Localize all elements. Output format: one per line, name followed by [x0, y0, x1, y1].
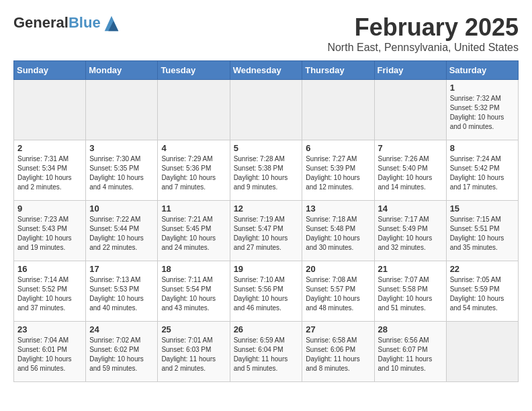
- calendar-cell: 27Sunrise: 6:58 AM Sunset: 6:06 PM Dayli…: [302, 322, 374, 382]
- calendar-cell: 26Sunrise: 6:59 AM Sunset: 6:04 PM Dayli…: [230, 322, 302, 382]
- day-number: 1: [450, 83, 515, 93]
- day-detail: Sunrise: 7:29 AM Sunset: 5:36 PM Dayligh…: [161, 154, 226, 192]
- day-number: 15: [450, 203, 515, 214]
- page-header: GeneralBlue February 2025 North East, Pe…: [13, 13, 519, 54]
- calendar-cell: [230, 80, 302, 140]
- main-title: February 2025: [327, 13, 519, 42]
- calendar-cell: 9Sunrise: 7:23 AM Sunset: 5:43 PM Daylig…: [14, 201, 86, 261]
- calendar-cell: 11Sunrise: 7:21 AM Sunset: 5:45 PM Dayli…: [158, 201, 230, 261]
- day-detail: Sunrise: 7:04 AM Sunset: 6:01 PM Dayligh…: [17, 336, 82, 373]
- day-detail: Sunrise: 7:14 AM Sunset: 5:52 PM Dayligh…: [17, 275, 82, 313]
- weekday-header-monday: Monday: [86, 61, 158, 80]
- week-row-3: 9Sunrise: 7:23 AM Sunset: 5:43 PM Daylig…: [14, 201, 519, 261]
- weekday-header-wednesday: Wednesday: [230, 61, 302, 80]
- day-number: 19: [234, 264, 299, 274]
- day-number: 21: [378, 264, 443, 274]
- day-number: 14: [378, 203, 443, 214]
- calendar-cell: [86, 80, 158, 140]
- day-number: 13: [306, 203, 370, 214]
- day-number: 12: [234, 203, 299, 214]
- logo-blue-text: Blue: [69, 14, 101, 31]
- day-number: 7: [378, 143, 443, 153]
- day-number: 4: [161, 143, 226, 153]
- calendar-table: SundayMondayTuesdayWednesdayThursdayFrid…: [13, 60, 519, 382]
- calendar-cell: 12Sunrise: 7:19 AM Sunset: 5:47 PM Dayli…: [230, 201, 302, 261]
- day-number: 2: [17, 143, 82, 153]
- logo-general-text: General: [13, 14, 69, 31]
- calendar-cell: 17Sunrise: 7:13 AM Sunset: 5:53 PM Dayli…: [86, 261, 158, 322]
- day-detail: Sunrise: 7:27 AM Sunset: 5:39 PM Dayligh…: [306, 154, 370, 192]
- week-row-1: 1Sunrise: 7:32 AM Sunset: 5:32 PM Daylig…: [14, 80, 519, 140]
- day-number: 3: [89, 143, 154, 153]
- week-row-5: 23Sunrise: 7:04 AM Sunset: 6:01 PM Dayli…: [14, 322, 519, 382]
- day-detail: Sunrise: 7:32 AM Sunset: 5:32 PM Dayligh…: [450, 94, 515, 132]
- calendar-cell: [302, 80, 374, 140]
- calendar-cell: 2Sunrise: 7:31 AM Sunset: 5:34 PM Daylig…: [14, 140, 86, 201]
- day-number: 10: [89, 203, 154, 214]
- calendar-cell: 15Sunrise: 7:15 AM Sunset: 5:51 PM Dayli…: [446, 201, 518, 261]
- calendar-cell: 8Sunrise: 7:24 AM Sunset: 5:42 PM Daylig…: [446, 140, 518, 201]
- day-detail: Sunrise: 7:07 AM Sunset: 5:58 PM Dayligh…: [378, 275, 443, 313]
- calendar-cell: [446, 322, 518, 382]
- day-number: 20: [306, 264, 370, 274]
- calendar-cell: [158, 80, 230, 140]
- day-number: 16: [17, 264, 82, 274]
- day-number: 6: [306, 143, 370, 153]
- day-detail: Sunrise: 7:19 AM Sunset: 5:47 PM Dayligh…: [234, 215, 299, 253]
- day-detail: Sunrise: 7:15 AM Sunset: 5:51 PM Dayligh…: [450, 215, 515, 253]
- calendar-cell: 14Sunrise: 7:17 AM Sunset: 5:49 PM Dayli…: [374, 201, 446, 261]
- calendar-cell: 24Sunrise: 7:02 AM Sunset: 6:02 PM Dayli…: [86, 322, 158, 382]
- day-number: 24: [89, 324, 154, 334]
- day-detail: Sunrise: 7:10 AM Sunset: 5:56 PM Dayligh…: [234, 275, 299, 313]
- day-detail: Sunrise: 7:24 AM Sunset: 5:42 PM Dayligh…: [450, 154, 515, 192]
- day-number: 25: [161, 324, 226, 334]
- calendar-header: SundayMondayTuesdayWednesdayThursdayFrid…: [14, 61, 519, 80]
- title-block: February 2025 North East, Pennsylvania, …: [327, 13, 519, 54]
- day-number: 18: [161, 264, 226, 274]
- calendar-cell: 5Sunrise: 7:28 AM Sunset: 5:38 PM Daylig…: [230, 140, 302, 201]
- day-number: 22: [450, 264, 515, 274]
- day-number: 27: [306, 324, 370, 334]
- weekday-header-thursday: Thursday: [302, 61, 374, 80]
- day-number: 28: [378, 324, 443, 334]
- day-number: 23: [17, 324, 82, 334]
- calendar-cell: 16Sunrise: 7:14 AM Sunset: 5:52 PM Dayli…: [14, 261, 86, 322]
- calendar-cell: 4Sunrise: 7:29 AM Sunset: 5:36 PM Daylig…: [158, 140, 230, 201]
- weekday-header-tuesday: Tuesday: [158, 61, 230, 80]
- day-detail: Sunrise: 6:56 AM Sunset: 6:07 PM Dayligh…: [378, 336, 443, 373]
- calendar-cell: [374, 80, 446, 140]
- weekday-header-sunday: Sunday: [14, 61, 86, 80]
- week-row-2: 2Sunrise: 7:31 AM Sunset: 5:34 PM Daylig…: [14, 140, 519, 201]
- day-number: 9: [17, 203, 82, 214]
- calendar-cell: 7Sunrise: 7:26 AM Sunset: 5:40 PM Daylig…: [374, 140, 446, 201]
- weekday-header-saturday: Saturday: [446, 61, 518, 80]
- calendar-cell: 18Sunrise: 7:11 AM Sunset: 5:54 PM Dayli…: [158, 261, 230, 322]
- calendar-cell: 3Sunrise: 7:30 AM Sunset: 5:35 PM Daylig…: [86, 140, 158, 201]
- day-detail: Sunrise: 7:13 AM Sunset: 5:53 PM Dayligh…: [89, 275, 154, 313]
- calendar-cell: 13Sunrise: 7:18 AM Sunset: 5:48 PM Dayli…: [302, 201, 374, 261]
- calendar-cell: 23Sunrise: 7:04 AM Sunset: 6:01 PM Dayli…: [14, 322, 86, 382]
- day-detail: Sunrise: 7:17 AM Sunset: 5:49 PM Dayligh…: [378, 215, 443, 253]
- day-number: 5: [234, 143, 299, 153]
- calendar-body: 1Sunrise: 7:32 AM Sunset: 5:32 PM Daylig…: [14, 80, 519, 382]
- calendar-cell: 28Sunrise: 6:56 AM Sunset: 6:07 PM Dayli…: [374, 322, 446, 382]
- day-detail: Sunrise: 6:58 AM Sunset: 6:06 PM Dayligh…: [306, 336, 370, 373]
- day-detail: Sunrise: 7:18 AM Sunset: 5:48 PM Dayligh…: [306, 215, 370, 253]
- day-detail: Sunrise: 7:30 AM Sunset: 5:35 PM Dayligh…: [89, 154, 154, 192]
- subtitle: North East, Pennsylvania, United States: [327, 42, 519, 54]
- day-detail: Sunrise: 6:59 AM Sunset: 6:04 PM Dayligh…: [234, 336, 299, 373]
- calendar-cell: 21Sunrise: 7:07 AM Sunset: 5:58 PM Dayli…: [374, 261, 446, 322]
- day-detail: Sunrise: 7:31 AM Sunset: 5:34 PM Dayligh…: [17, 154, 82, 192]
- weekday-header-friday: Friday: [374, 61, 446, 80]
- day-detail: Sunrise: 7:02 AM Sunset: 6:02 PM Dayligh…: [89, 336, 154, 373]
- day-detail: Sunrise: 7:22 AM Sunset: 5:44 PM Dayligh…: [89, 215, 154, 253]
- logo: GeneralBlue: [13, 13, 121, 32]
- day-detail: Sunrise: 7:23 AM Sunset: 5:43 PM Dayligh…: [17, 215, 82, 253]
- calendar-cell: [14, 80, 86, 140]
- day-number: 17: [89, 264, 154, 274]
- weekday-row: SundayMondayTuesdayWednesdayThursdayFrid…: [14, 61, 519, 80]
- calendar-cell: 25Sunrise: 7:01 AM Sunset: 6:03 PM Dayli…: [158, 322, 230, 382]
- day-number: 11: [161, 203, 226, 214]
- day-detail: Sunrise: 7:26 AM Sunset: 5:40 PM Dayligh…: [378, 154, 443, 192]
- logo-icon: [102, 13, 121, 32]
